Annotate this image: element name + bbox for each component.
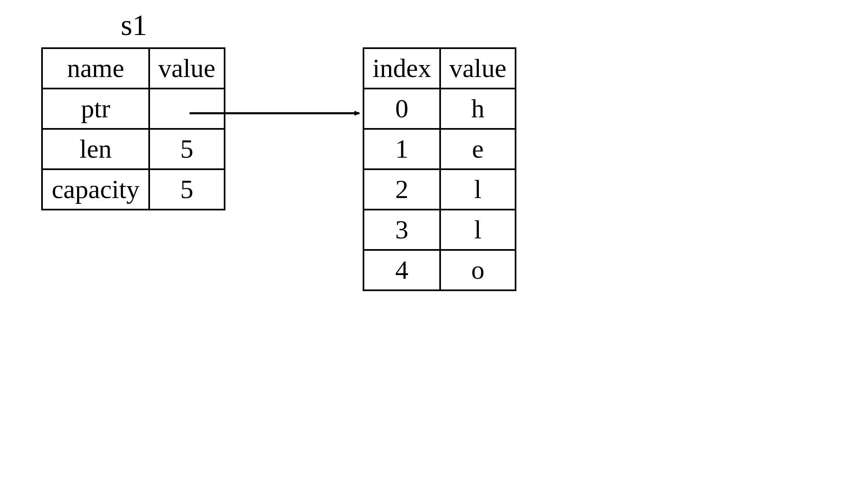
diagram-canvas: s1 name value ptr len 5 capacity 5 (0, 0, 844, 504)
pointer-arrow-icon (0, 0, 844, 504)
